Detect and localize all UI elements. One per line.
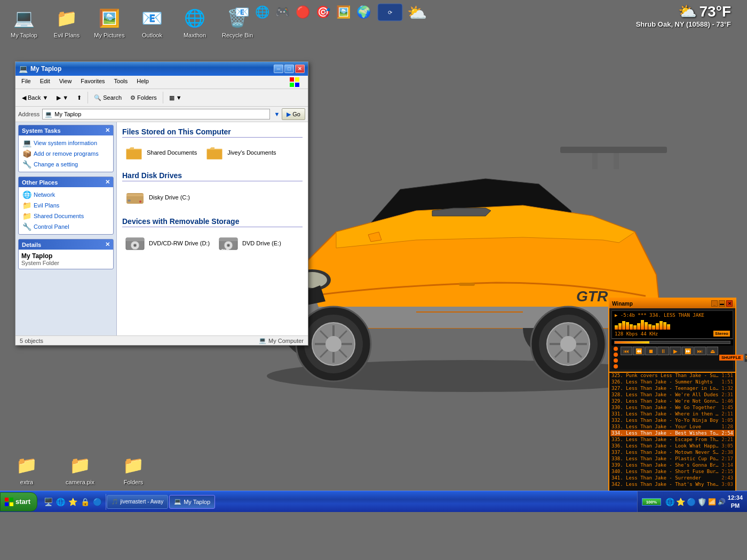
shared-documents-link[interactable]: 📁 Shared Documents bbox=[21, 211, 111, 221]
d-drive-item[interactable]: DVD/CD-RW Drive (D:) bbox=[122, 231, 213, 255]
go-button[interactable]: ▶ Go bbox=[282, 108, 305, 120]
view-system-info-link[interactable]: 💻 View system information bbox=[21, 138, 111, 148]
ql-photos-icon[interactable]: 🖼️ bbox=[333, 3, 353, 22]
ql-game2-icon[interactable]: 🔴 bbox=[293, 3, 312, 22]
winamp-shuffle-button[interactable]: SHUFFLE bbox=[719, 355, 743, 361]
playlist-item[interactable]: 339. Less Than Jake - She's Gonna Break … bbox=[610, 462, 734, 468]
winamp-stop-button[interactable]: ⏹ bbox=[645, 347, 657, 355]
add-remove-programs-link[interactable]: 📦 Add or remove programs bbox=[21, 148, 111, 159]
playlist-item[interactable]: 331. Less Than Jake - Where in then Hell… bbox=[610, 411, 734, 417]
address-dropdown-icon[interactable]: ▼ bbox=[273, 111, 281, 117]
menu-favorites[interactable]: Favorites bbox=[77, 77, 108, 87]
ql-browser-icon[interactable]: 🌐 bbox=[252, 3, 272, 22]
window-titlebar[interactable]: 💻 My Taplop ─ □ ✕ bbox=[15, 62, 308, 76]
taskbar-winamp-button[interactable]: 🎵 jivemastert - Away bbox=[107, 495, 168, 509]
tq-show-desktop-icon[interactable]: 🖥️ bbox=[43, 497, 54, 507]
tray-network-icon[interactable]: 🌐 bbox=[665, 498, 674, 506]
maximize-button[interactable]: □ bbox=[284, 65, 294, 73]
winamp-eject-button[interactable]: ⏏ bbox=[706, 347, 718, 355]
folders-button[interactable]: ⚙ Folders bbox=[126, 91, 161, 105]
playlist-item[interactable]: 341. Less Than Jake - Surrender2:43 bbox=[610, 475, 734, 481]
ql-email-icon[interactable]: 📧 bbox=[232, 3, 251, 22]
winamp-repeat-button[interactable]: ↻ bbox=[744, 354, 747, 362]
tray-star-icon[interactable]: ⭐ bbox=[676, 498, 685, 506]
system-tasks-header[interactable]: System Tasks ✕ bbox=[19, 125, 113, 135]
menu-file[interactable]: File bbox=[18, 77, 34, 87]
playlist-item[interactable]: 325. Punk covers Less Than Jake - Summer… bbox=[610, 372, 734, 379]
tq-lock-icon[interactable]: 🔒 bbox=[80, 497, 91, 507]
desktop-icon-my-pictures[interactable]: 🖼️ My Pictures bbox=[91, 5, 128, 38]
desktop-icon-my-taplop[interactable]: 💻 My Taplop bbox=[5, 5, 43, 38]
ql-game3-icon[interactable]: 🎯 bbox=[313, 3, 332, 22]
winamp-next-button[interactable]: ⏭ bbox=[694, 347, 706, 355]
tray-security-icon[interactable]: 🛡️ bbox=[697, 498, 706, 506]
ql-update-icon[interactable]: ⟳ bbox=[374, 3, 406, 22]
winamp-ffwd-button[interactable]: ⏩ bbox=[682, 347, 694, 355]
playlist-item[interactable]: 326. Less Than Jake - Summer Nights1:51 bbox=[610, 379, 734, 385]
back-button[interactable]: ◀ Back ▼ bbox=[18, 91, 52, 105]
c-drive-item[interactable]: Disky Drive (C:) bbox=[122, 186, 197, 209]
ql-weather-icon[interactable]: ⛅ bbox=[407, 3, 426, 22]
up-button[interactable]: ⬆ bbox=[73, 91, 85, 105]
playlist-item[interactable]: 332. Less Than Jake - Yo-Yo Ninja Boy1:0… bbox=[610, 417, 734, 423]
other-places-header[interactable]: Other Places ✕ bbox=[19, 177, 113, 187]
minimize-button[interactable]: ─ bbox=[274, 65, 283, 73]
shared-documents-item[interactable]: Shared Documents bbox=[122, 142, 200, 163]
playlist-item[interactable]: 336. Less Than Jake - Look What Happened… bbox=[610, 443, 734, 449]
winamp-pause-button[interactable]: ⏸ bbox=[657, 347, 669, 355]
control-panel-link[interactable]: 🔧 Control Panel bbox=[21, 221, 111, 232]
playlist-item[interactable]: 330. Less Than Jake - We Go Together1:45 bbox=[610, 404, 734, 411]
details-header[interactable]: Details ✕ bbox=[19, 239, 113, 250]
winamp-play-button[interactable]: ▶ bbox=[670, 347, 681, 355]
tray-network2-icon[interactable]: 📶 bbox=[708, 498, 716, 506]
winamp-shade-button[interactable]: ▬ bbox=[719, 300, 725, 307]
desktop-icon-maxthon[interactable]: 🌐 Maxthon bbox=[176, 5, 213, 38]
start-button[interactable]: start bbox=[0, 492, 37, 511]
close-button[interactable]: ✕ bbox=[295, 65, 305, 73]
playlist-item[interactable]: 327. Less Than Jake - Teenager in Love1:… bbox=[610, 385, 734, 391]
playlist-item[interactable]: 333. Less Than Jake - Your Love1:28 bbox=[610, 423, 734, 430]
winamp-prev-button[interactable]: ⏮ bbox=[621, 347, 632, 355]
playlist-item[interactable]: 334. Less Than Jake - Best Wishes To You… bbox=[610, 430, 734, 436]
desktop-icon-evil-plans[interactable]: 📁 Evil Plans bbox=[48, 5, 85, 38]
playlist-item[interactable]: 342. Less Than Jake - That's Why They Ca… bbox=[610, 481, 734, 487]
tray-update-icon[interactable]: 🔵 bbox=[687, 498, 696, 506]
evil-plans-link[interactable]: 📁 Evil Plans bbox=[21, 200, 111, 211]
views-button[interactable]: ▦ ▼ bbox=[165, 91, 186, 105]
tq-star-icon[interactable]: ⭐ bbox=[67, 497, 78, 507]
playlist-item[interactable]: 328. Less Than Jake - We're All Dudes2:3… bbox=[610, 391, 734, 398]
playlist-item[interactable]: 337. Less Than Jake - Motown Never Sound… bbox=[610, 449, 734, 455]
search-button[interactable]: 🔍 Search bbox=[90, 91, 125, 105]
winamp-progress-track[interactable] bbox=[614, 341, 730, 344]
desktop-icon-extra[interactable]: 📁 extra bbox=[8, 452, 45, 485]
e-drive-item[interactable]: DVD DVD Drive (E:) bbox=[216, 231, 290, 255]
playlist-item[interactable]: 338. Less Than Jake - Plastic Cup Politi… bbox=[610, 455, 734, 462]
desktop-icon-outlook[interactable]: 📧 Outlook bbox=[133, 5, 171, 38]
winamp-close-button[interactable]: ✕ bbox=[726, 300, 733, 307]
jiveys-documents-item[interactable]: Jivey's Documents bbox=[203, 142, 279, 163]
desktop-icon-camera-pix[interactable]: 📁 camera.pix bbox=[61, 452, 99, 485]
winamp-playlist-content[interactable]: 324. Less Than Jake - Suburban Myth2:243… bbox=[609, 365, 735, 498]
address-input[interactable]: 💻 My Taplop bbox=[42, 109, 270, 119]
winamp-rewind-button[interactable]: ⏪ bbox=[633, 347, 645, 355]
system-clock[interactable]: 12:34 PM bbox=[728, 494, 743, 509]
winamp-titlebar[interactable]: Winamp _ ▬ ✕ bbox=[609, 299, 735, 308]
desktop-icon-folders[interactable]: 📁 Folders bbox=[115, 452, 152, 485]
tray-volume-icon[interactable]: 🔊 bbox=[718, 498, 726, 506]
menu-help[interactable]: Help bbox=[133, 77, 152, 87]
change-setting-link[interactable]: 🔧 Change a setting bbox=[21, 159, 111, 170]
ql-internet-icon[interactable]: 🌍 bbox=[354, 3, 373, 22]
playlist-item[interactable]: 340. Less Than Jake - Short Fuse Burning… bbox=[610, 468, 734, 475]
tq-ie-icon[interactable]: 🌐 bbox=[55, 497, 66, 507]
menu-edit[interactable]: Edit bbox=[37, 77, 53, 87]
menu-tools[interactable]: Tools bbox=[111, 77, 131, 87]
playlist-item[interactable]: 329. Less Than Jake - We're Not Gonna Ta… bbox=[610, 398, 734, 404]
network-link[interactable]: 🌐 Network bbox=[21, 189, 111, 200]
forward-button[interactable]: ▶ ▼ bbox=[53, 91, 72, 105]
menu-view[interactable]: View bbox=[56, 77, 75, 87]
tq-e-icon[interactable]: 🔵 bbox=[92, 497, 103, 507]
ql-game1-icon[interactable]: 🎮 bbox=[273, 3, 292, 22]
playlist-item[interactable]: 335. Less Than Jake - Escape From The A-… bbox=[610, 436, 734, 443]
taskbar-explorer-button[interactable]: 💻 My Taplop bbox=[169, 495, 215, 509]
winamp-minimize-button[interactable]: _ bbox=[711, 300, 718, 307]
